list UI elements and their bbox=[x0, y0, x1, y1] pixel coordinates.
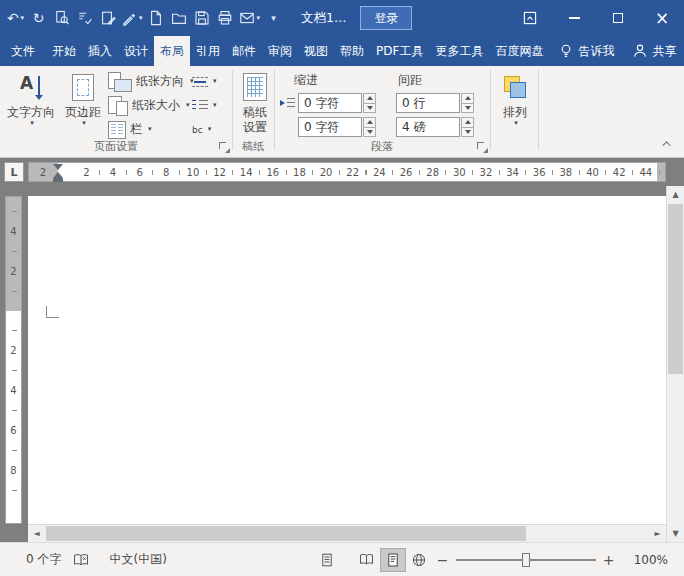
tab-review[interactable]: 审阅 bbox=[262, 36, 298, 66]
minimize-button[interactable] bbox=[552, 0, 596, 36]
spacing-after-input[interactable]: 4 磅 bbox=[396, 117, 460, 137]
ruler-numbers: 2468101214161820222426283032343638404244 bbox=[73, 163, 660, 181]
tab-home[interactable]: 开始 bbox=[46, 36, 82, 66]
spelling-check-button[interactable] bbox=[73, 5, 96, 31]
new-document-button[interactable] bbox=[145, 5, 168, 31]
tab-baidu-netdisk[interactable]: 百度网盘 bbox=[489, 36, 549, 66]
macro-record-button[interactable] bbox=[314, 548, 340, 572]
close-button[interactable]: × bbox=[640, 0, 684, 36]
zoom-in-button[interactable]: + bbox=[598, 548, 620, 572]
read-mode-button[interactable] bbox=[354, 548, 380, 572]
tab-mailings[interactable]: 邮件 bbox=[226, 36, 262, 66]
save-icon bbox=[194, 10, 210, 26]
zoom-slider[interactable] bbox=[456, 552, 596, 568]
login-button[interactable]: 登录 bbox=[360, 6, 412, 30]
tab-selector-button[interactable]: L bbox=[4, 162, 24, 182]
ruler-number: 8 bbox=[6, 465, 21, 477]
language-status[interactable]: 中文(中国) bbox=[103, 543, 172, 576]
redo-button[interactable]: ↻ bbox=[27, 5, 50, 31]
plus-icon: + bbox=[603, 552, 615, 568]
pen-icon bbox=[121, 10, 137, 26]
indent-section-label: 缩进 bbox=[294, 72, 318, 89]
tab-help[interactable]: 帮助 bbox=[334, 36, 370, 66]
hyphenation-button[interactable]: bc ▾ bbox=[192, 119, 211, 140]
print-preview-button[interactable] bbox=[50, 5, 73, 31]
qat-overflow-button[interactable]: ▾ bbox=[262, 5, 285, 31]
zoom-percentage[interactable]: 100% bbox=[628, 543, 674, 576]
quick-edit-button[interactable] bbox=[96, 5, 119, 31]
overflow-chevron-icon: ▾ bbox=[271, 13, 276, 23]
spacing-before-increase-button[interactable] bbox=[461, 93, 474, 104]
spacing-before-input[interactable]: 0 行 bbox=[396, 93, 460, 113]
horizontal-scrollbar[interactable]: ◄ ► bbox=[28, 524, 666, 542]
spacing-after-increase-button[interactable] bbox=[461, 117, 474, 128]
breaks-button[interactable]: ▾ bbox=[192, 71, 217, 92]
tab-pdf-tools[interactable]: PDF工具 bbox=[370, 36, 429, 66]
paragraph-dialog-launcher[interactable] bbox=[476, 141, 488, 153]
web-layout-button[interactable] bbox=[406, 548, 432, 572]
email-button[interactable]: ▾ bbox=[237, 5, 263, 31]
line-numbers-button[interactable]: ▾ bbox=[192, 95, 217, 116]
scroll-left-button[interactable]: ◄ bbox=[28, 525, 45, 542]
tab-more-tools[interactable]: 更多工具 bbox=[429, 36, 489, 66]
paper-setup-button[interactable]: 稿纸 设置 bbox=[236, 69, 274, 143]
chevron-down-icon: ▾ bbox=[30, 120, 34, 127]
open-folder-icon bbox=[171, 10, 187, 26]
undo-button[interactable]: ↶▾ bbox=[4, 5, 27, 31]
word-app-window: ↶▾ ↻ ▾ ▾ ▾ 文档1… 登录 × 文件 开始 插入 设计 布局 引用 bbox=[0, 0, 684, 576]
open-file-button[interactable] bbox=[168, 5, 191, 31]
scroll-down-button[interactable]: ▼ bbox=[667, 525, 684, 542]
tell-me-button[interactable]: 告诉我 bbox=[549, 36, 623, 66]
tab-layout[interactable]: 布局 bbox=[154, 36, 190, 66]
left-indent-marker[interactable] bbox=[53, 178, 63, 182]
group-separator bbox=[274, 70, 275, 150]
arrange-button[interactable]: 排列 ▾ bbox=[494, 69, 536, 143]
print-layout-button[interactable] bbox=[380, 548, 406, 572]
ribbon-display-options-button[interactable] bbox=[508, 0, 552, 36]
proofing-status-button[interactable] bbox=[67, 543, 95, 576]
indent-left-input[interactable]: 0 字符 bbox=[298, 93, 362, 113]
scroll-up-button[interactable]: ▲ bbox=[667, 186, 684, 203]
columns-button[interactable]: 栏 ▾ bbox=[108, 119, 152, 140]
first-line-indent-marker[interactable] bbox=[53, 164, 63, 170]
maximize-button[interactable] bbox=[596, 0, 640, 36]
indent-left-increase-button[interactable] bbox=[363, 93, 376, 104]
status-bar: 第 1 页，共 1 页 0 个字 中文(中国) − + 100% bbox=[0, 542, 684, 576]
collapse-ribbon-button[interactable] bbox=[660, 137, 676, 151]
spacing-before-decrease-button[interactable] bbox=[461, 104, 474, 114]
page-setup-dialog-launcher[interactable] bbox=[218, 141, 230, 153]
paper-size-icon bbox=[108, 96, 128, 116]
quick-access-toolbar: ↶▾ ↻ ▾ ▾ ▾ bbox=[0, 5, 285, 31]
paper-size-button[interactable]: 纸张大小 ▾ bbox=[108, 95, 190, 116]
undo-icon: ↶ bbox=[7, 10, 19, 26]
tab-view[interactable]: 视图 bbox=[298, 36, 334, 66]
document-page[interactable] bbox=[28, 196, 666, 524]
spacing-after-decrease-button[interactable] bbox=[461, 128, 474, 138]
save-button[interactable] bbox=[191, 5, 214, 31]
horizontal-scroll-thumb[interactable] bbox=[46, 526, 526, 541]
text-direction-button[interactable]: A 文字方向 ▾ bbox=[4, 69, 58, 143]
vertical-scroll-thumb[interactable] bbox=[668, 204, 683, 374]
indent-right-decrease-button[interactable] bbox=[363, 128, 376, 138]
indent-right-input[interactable]: 0 字符 bbox=[298, 117, 362, 137]
margins-button[interactable]: 页边距 ▾ bbox=[60, 69, 106, 143]
print-layout-icon bbox=[386, 553, 400, 567]
read-mode-icon bbox=[359, 553, 374, 566]
indent-right-increase-button[interactable] bbox=[363, 117, 376, 128]
paper-orientation-button[interactable]: 纸张方向 ▾ bbox=[108, 71, 194, 92]
zoom-out-button[interactable]: − bbox=[432, 548, 454, 572]
zoom-slider-thumb[interactable] bbox=[522, 553, 530, 567]
scroll-right-button[interactable]: ► bbox=[649, 525, 666, 542]
tab-insert[interactable]: 插入 bbox=[82, 36, 118, 66]
stepper-up-icon bbox=[367, 96, 373, 100]
pen-color-button[interactable]: ▾ bbox=[119, 5, 145, 31]
vertical-scrollbar[interactable]: ▲ ▼ bbox=[666, 186, 684, 542]
word-count-status[interactable]: 0 个字 bbox=[20, 543, 67, 576]
print-button[interactable] bbox=[214, 5, 237, 31]
stepper-up-icon bbox=[465, 120, 471, 124]
tab-references[interactable]: 引用 bbox=[190, 36, 226, 66]
indent-left-decrease-button[interactable] bbox=[363, 104, 376, 114]
tab-design[interactable]: 设计 bbox=[118, 36, 154, 66]
share-button[interactable]: 共享 bbox=[623, 36, 684, 66]
tab-file[interactable]: 文件 bbox=[0, 36, 46, 66]
